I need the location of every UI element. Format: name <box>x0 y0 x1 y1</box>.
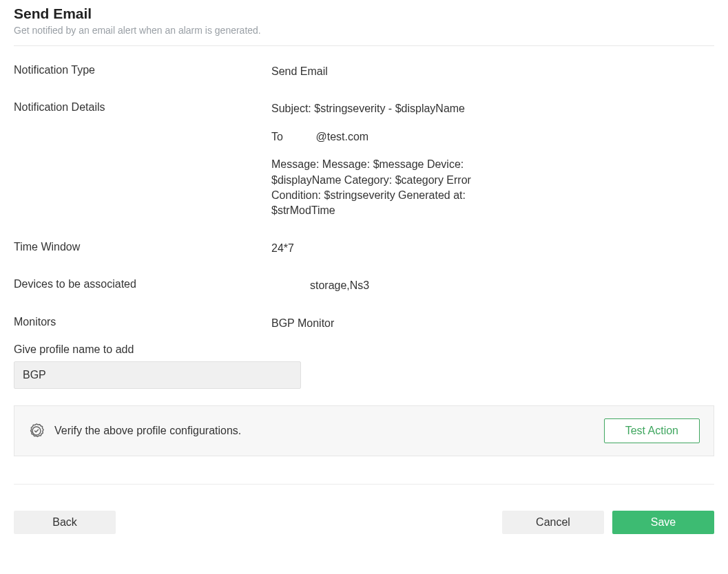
label-profile-name: Give profile name to add <box>14 343 714 356</box>
footer-actions: Back Cancel Save <box>14 511 714 534</box>
value-notification-type: Send Email <box>271 64 714 79</box>
page-title: Send Email <box>14 6 714 22</box>
subject-value: $stringseverity - $displayName <box>314 103 465 114</box>
to-label: To <box>271 129 313 145</box>
footer-right: Cancel Save <box>502 511 714 534</box>
value-notification-details: Subject: $stringseverity - $displayName … <box>271 101 714 218</box>
label-monitors: Monitors <box>14 316 271 328</box>
to-value: @test.com <box>315 131 368 142</box>
value-monitors: BGP Monitor <box>271 316 714 331</box>
row-time-window: Time Window 24*7 <box>14 230 714 267</box>
value-devices: storage,Ns3 <box>271 278 714 293</box>
to-line: To @test.com <box>271 129 714 145</box>
row-profile-name: Give profile name to add <box>14 343 714 389</box>
subject-label: Subject: <box>271 103 311 114</box>
verify-check-icon <box>28 423 45 439</box>
verify-box: Verify the above profile configurations.… <box>14 405 714 456</box>
row-notification-type: Notification Type Send Email <box>14 53 714 90</box>
message-block: Message: Message: $message Device: $disp… <box>271 157 506 219</box>
page-header: Send Email Get notified by an email aler… <box>14 0 714 46</box>
row-monitors: Monitors BGP Monitor <box>14 305 714 342</box>
row-notification-details: Notification Details Subject: $stringsev… <box>14 90 714 229</box>
label-notification-type: Notification Type <box>14 64 271 76</box>
verify-left: Verify the above profile configurations. <box>28 423 241 439</box>
test-action-button[interactable]: Test Action <box>604 418 700 443</box>
row-devices: Devices to be associated storage,Ns3 <box>14 267 714 304</box>
subject-line: Subject: $stringseverity - $displayName <box>271 101 714 116</box>
profile-name-input[interactable] <box>14 361 301 389</box>
label-notification-details: Notification Details <box>14 101 271 114</box>
value-time-window: 24*7 <box>271 241 714 256</box>
message-label: Message: <box>271 158 319 170</box>
cancel-button[interactable]: Cancel <box>502 511 604 534</box>
verify-text: Verify the above profile configurations. <box>54 425 241 437</box>
label-time-window: Time Window <box>14 241 271 253</box>
save-button[interactable]: Save <box>612 511 714 534</box>
form-section: Notification Type Send Email Notificatio… <box>14 53 714 389</box>
footer-divider <box>14 484 714 485</box>
back-button[interactable]: Back <box>14 511 116 534</box>
page-subtitle: Get notified by an email alert when an a… <box>14 25 714 36</box>
label-devices: Devices to be associated <box>14 278 271 290</box>
